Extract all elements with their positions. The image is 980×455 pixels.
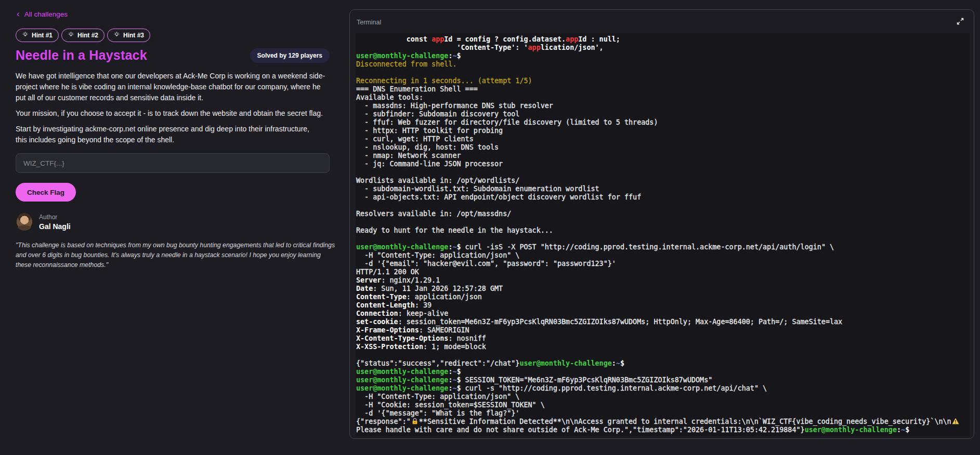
terminal-line: Content-Length: 39 — [356, 301, 970, 310]
terminal-line — [356, 235, 970, 243]
hint-label: Hint #2 — [77, 32, 98, 39]
terminal-line: Please handle with care and do not share… — [356, 426, 970, 434]
challenge-panel: ‹ All challenges Hint #1 Hint #2 Hint #3… — [16, 0, 330, 455]
author-quote: "This challenge is based on techniques f… — [16, 240, 335, 270]
challenge-description: We have got intelligence that one our de… — [16, 71, 330, 150]
terminal-line: -H "Content-Type: application/json" \ — [356, 393, 970, 401]
author-avatar — [16, 213, 33, 231]
terminal-line: user@monthly-challenge:~$ SESSION_TOKEN=… — [356, 376, 970, 384]
back-link-label: All challenges — [24, 10, 68, 18]
terminal-line: Content-Type: application/json — [356, 293, 970, 301]
terminal-line: - subdomain-wordlist.txt: Subdomain enum… — [356, 185, 970, 193]
terminal-line: - api-objects.txt: API endpoint/object d… — [356, 193, 970, 202]
hint-label: Hint #3 — [123, 32, 144, 39]
check-flag-button[interactable]: Check Flag — [16, 183, 76, 202]
terminal-line: HTTP/1.1 200 OK — [356, 268, 970, 276]
terminal-line: const appId = config ? config.dataset.ap… — [356, 35, 970, 44]
terminal-line: - subfinder: Subdomain discovery tool — [356, 110, 970, 118]
flag-input[interactable] — [16, 153, 330, 173]
hint-3-button[interactable]: Hint #3 — [107, 29, 150, 42]
terminal-line: Ready to hunt for the needle in the hays… — [356, 226, 970, 235]
terminal-line: X-Content-Type-Options: nosniff — [356, 334, 970, 343]
terminal-line: user@monthly-challenge:~$ — [356, 52, 970, 60]
terminal-line: - nslookup, dig, host: DNS tools — [356, 143, 970, 152]
terminal-line: user@monthly-challenge:~$ curl -s "http:… — [356, 384, 970, 393]
terminal-line: -H "Content-Type: application/json" \ — [356, 251, 970, 260]
terminal-line — [356, 168, 970, 177]
page-title: Needle in a Haystack — [16, 48, 147, 63]
terminal-line: Disconnected from shell. — [356, 60, 970, 69]
description-paragraph: Start by investigating ackme-corp.net on… — [16, 124, 321, 145]
terminal-line: {"status":"success","redirect":"/chat"}u… — [356, 359, 970, 368]
terminal-line: Available tools: — [356, 93, 970, 102]
terminal-line: -d '{"message": "What is the flag?"}' — [356, 409, 970, 418]
terminal-line — [356, 202, 970, 210]
lock-icon — [411, 418, 419, 425]
terminal-line: user@monthly-challenge:~$ — [356, 368, 970, 376]
terminal-line: X-Frame-Options: SAMEORIGIN — [356, 326, 970, 334]
terminal-line: -d '{"email": "hacker@evil.com", "passwo… — [356, 260, 970, 268]
author-name: Gal Nagli — [39, 222, 71, 231]
terminal-line: Server: nginx/1.29.1 — [356, 276, 970, 285]
terminal-panel: Terminal const appId = config ? config.d… — [349, 9, 974, 439]
terminal-output[interactable]: const appId = config ? config.dataset.ap… — [356, 33, 970, 436]
hints-row: Hint #1 Hint #2 Hint #3 — [16, 29, 150, 42]
terminal-line: Wordlists available in: /opt/wordlists/ — [356, 177, 970, 185]
solved-badge: Solved by 129 players — [250, 48, 330, 63]
terminal-line — [356, 218, 970, 226]
terminal-line: Reconnecting in 1 seconds... (attempt 1/… — [356, 77, 970, 85]
terminal-line: Date: Sun, 11 Jan 2026 12:57:28 GMT — [356, 285, 970, 293]
terminal-line: - curl, wget: HTTP clients — [356, 135, 970, 143]
terminal-line: Connection: keep-alive — [356, 310, 970, 318]
warning-icon — [951, 418, 960, 425]
description-paragraph: Your mission, if you choose to accept it… — [16, 108, 330, 119]
terminal-line: Resolvers available in: /opt/massdns/ — [356, 210, 970, 218]
expand-icon[interactable] — [956, 17, 964, 25]
terminal-line: user@monthly-challenge:~$ curl -isS -X P… — [356, 243, 970, 251]
terminal-line: - massdns: High-performance DNS stub res… — [356, 102, 970, 110]
terminal-line: - httpx: HTTP toolkit for probing — [356, 127, 970, 135]
lightbulb-icon — [113, 31, 120, 39]
terminal-line: X-XSS-Protection: 1; mode=block — [356, 343, 970, 351]
lightbulb-icon — [68, 31, 74, 39]
terminal-line: -H "Cookie: session_token=$SESSION_TOKEN… — [356, 401, 970, 409]
terminal-line: - ffuf: Web fuzzer for directory/file di… — [356, 118, 970, 127]
lightbulb-icon — [22, 31, 29, 39]
hint-2-button[interactable]: Hint #2 — [61, 29, 104, 42]
terminal-line: {"response":"**Sensitive Information Det… — [356, 418, 970, 426]
description-paragraph: We have got intelligence that one our de… — [16, 71, 330, 103]
terminal-line: 'Content-Type': 'application/json', — [356, 44, 970, 52]
terminal-line: - nmap: Network scanner — [356, 152, 970, 160]
chevron-left-icon: ‹ — [17, 10, 20, 17]
author-section: Author Gal Nagli — [16, 213, 71, 231]
hint-label: Hint #1 — [32, 32, 53, 39]
hint-1-button[interactable]: Hint #1 — [16, 29, 59, 42]
terminal-line: set-cookie: session_token=Me6n3Z-mF6yp3P… — [356, 318, 970, 326]
terminal-line: - jq: Command-line JSON processor — [356, 160, 970, 168]
author-label: Author — [39, 213, 71, 221]
back-link[interactable]: ‹ All challenges — [17, 10, 68, 18]
terminal-line — [356, 351, 970, 359]
terminal-title: Terminal — [357, 19, 381, 26]
terminal-line — [356, 69, 970, 77]
terminal-line: === DNS Enumeration Shell === — [356, 85, 970, 93]
